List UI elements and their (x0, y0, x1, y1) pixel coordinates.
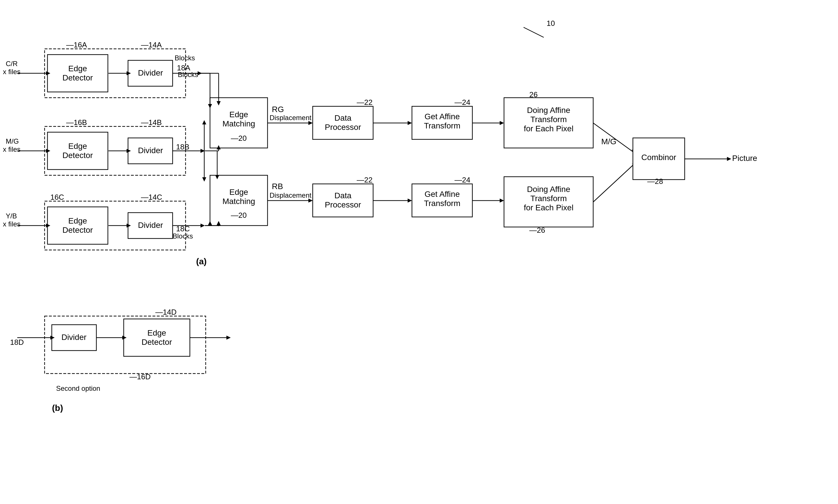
ref-16a: —16A (66, 40, 87, 49)
edge-detector-d-label1: Edge (147, 328, 166, 337)
arrow-head (727, 157, 731, 161)
ref-26-top: 26 (529, 90, 538, 99)
affine-pixel-2-label2: Transform (530, 194, 567, 203)
picture-label: Picture (732, 154, 757, 163)
edge-detector-c-label: Edge (68, 216, 87, 225)
blocks-18a-label: Blocks (175, 54, 195, 62)
cr-files-label: C/R (6, 60, 18, 68)
arrow-head (500, 121, 504, 125)
ref-14c: —14C (141, 193, 162, 201)
ref-14d: —14D (155, 308, 177, 317)
yb-files-label2: x files (3, 220, 20, 228)
affine-pixel-1-label1: Doing Affine (527, 106, 570, 115)
arrow-head (201, 223, 205, 228)
ref-16d: —16D (130, 373, 151, 381)
affine-pixel-1-label3: for Each Pixel (524, 124, 574, 133)
edge-detector-b-label2: Detector (63, 151, 93, 160)
ref-22-top: —22 (357, 98, 373, 107)
arrow-head (308, 199, 313, 202)
ref-18b: 18B (176, 143, 189, 151)
ref-24-top: —24 (455, 98, 471, 107)
divider-b-label: Divider (138, 146, 163, 155)
edge-detector-d-label2: Detector (141, 338, 172, 346)
ref-14b: —14B (141, 118, 162, 127)
cr-files-label2: x files (3, 68, 20, 76)
ref-16c: 16C (50, 193, 64, 201)
arrow-head (308, 121, 313, 125)
svg-line-0 (524, 27, 544, 37)
ref-26-bot: —26 (529, 226, 545, 234)
arrow-head (408, 199, 412, 202)
ref-16b: —16B (66, 118, 87, 127)
get-affine-2-label1: Get Affine (425, 190, 460, 199)
arrow-head (500, 199, 504, 202)
combinor-label: Combinor (641, 153, 676, 162)
edge-detector-c-label2: Detector (63, 226, 93, 234)
affine-pixel-2-label3: for Each Pixel (524, 203, 574, 212)
ref-22-bot: —22 (357, 176, 373, 184)
ref-20-bot: —20 (231, 211, 247, 219)
arrow-head (408, 121, 412, 125)
data-processor-2-label2: Processor (325, 200, 361, 209)
get-affine-2-label2: Transform (424, 199, 461, 208)
mg-combinor-label: M/G (601, 137, 616, 146)
edge-detector-a-label2: Detector (63, 73, 93, 82)
blocks-top-label: Blocks (178, 71, 198, 78)
data-processor-1-label1: Data (334, 113, 352, 122)
ref-24-bot: —24 (455, 176, 471, 184)
ref-20-top: —20 (231, 134, 247, 143)
blocks-18c-label: Blocks (173, 232, 193, 240)
section-a-label: (a) (196, 257, 207, 266)
svg-line-24 (593, 165, 633, 202)
edge-detector-a-label: Edge (68, 64, 87, 73)
mg-files-label2: x files (3, 145, 20, 153)
arrow-head (202, 177, 206, 182)
second-option-label: Second option (56, 384, 100, 392)
rg-label: RG (272, 105, 284, 114)
displacement-2-label: Displacement (270, 191, 311, 199)
data-processor-2-label1: Data (334, 191, 352, 200)
data-processor-1-label2: Processor (325, 123, 361, 131)
ref-18c-label: 18C (176, 224, 190, 233)
ref-14a: —14A (141, 40, 162, 49)
arrow-head (226, 336, 231, 340)
ref-28: —28 (647, 177, 663, 186)
ref-18d: 18D (10, 338, 24, 346)
diagram-container: 10 —16A —14A Edge Detector Divider C/R x… (0, 0, 838, 504)
displacement-1-label: Displacement (270, 114, 311, 122)
section-b-label: (b) (52, 403, 63, 413)
get-affine-1-label2: Transform (424, 121, 461, 130)
affine-pixel-1-label2: Transform (530, 115, 567, 124)
divider-d-label: Divider (61, 333, 86, 342)
arrow-head (202, 120, 206, 124)
edge-matching-1-label2: Matching (222, 119, 255, 128)
edge-detector-b-label: Edge (68, 142, 87, 150)
edge-matching-2-label2: Matching (222, 197, 255, 206)
edge-matching-1-label1: Edge (229, 110, 248, 119)
get-affine-1-label1: Get Affine (425, 112, 460, 121)
ref-10: 10 (547, 19, 555, 28)
affine-pixel-2-label1: Doing Affine (527, 185, 570, 194)
mg-files-label: M/G (6, 137, 19, 145)
divider-a-label: Divider (138, 68, 163, 77)
rb-label: RB (272, 182, 283, 191)
yb-files-label: Y/B (6, 212, 17, 220)
divider-c-label: Divider (138, 221, 163, 230)
edge-matching-2-label1: Edge (229, 187, 248, 197)
